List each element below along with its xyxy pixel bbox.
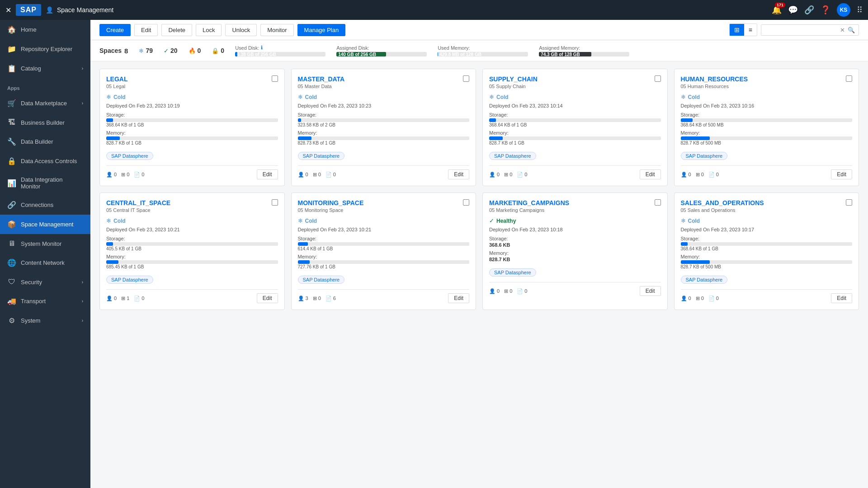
sidebar-item-label: Security bbox=[21, 279, 42, 286]
people-icon: 👤 bbox=[106, 172, 113, 178]
status-label: Cold bbox=[113, 218, 126, 224]
card-edit-button[interactable]: Edit bbox=[448, 293, 469, 303]
stat-grid: ⊞ 0 bbox=[504, 288, 512, 294]
card-title[interactable]: CENTRAL_IT_SPACE bbox=[106, 199, 170, 206]
card-tag: SAP Datasphere bbox=[489, 268, 536, 277]
storage-value: 368.64 KB of 1 GB bbox=[489, 122, 661, 127]
sidebar-item-system-monitor[interactable]: 🖥 System Monitor bbox=[0, 234, 90, 253]
storage-value: 614.4 KB of 1 GB bbox=[298, 246, 470, 251]
card-checkbox[interactable] bbox=[463, 75, 469, 82]
close-button[interactable]: ✕ bbox=[5, 6, 11, 14]
card-checkbox[interactable] bbox=[846, 199, 852, 206]
copy-icon: 📄 bbox=[708, 296, 715, 301]
sidebar-item-system[interactable]: ⚙ System › bbox=[0, 311, 90, 330]
card-title[interactable]: MASTER_DATA bbox=[298, 75, 345, 83]
monitor-button[interactable]: Monitor bbox=[260, 24, 293, 36]
sidebar-item-content-network[interactable]: 🌐 Content Network bbox=[0, 253, 90, 272]
card-checkbox[interactable] bbox=[272, 75, 278, 82]
card-edit-button[interactable]: Edit bbox=[257, 169, 278, 179]
sidebar-item-catalog[interactable]: 📋 Catalog › bbox=[0, 59, 90, 78]
search-clear-icon[interactable]: ✕ bbox=[840, 27, 845, 33]
stat-people: 👤 0 bbox=[489, 288, 500, 294]
manage-plan-button[interactable]: Manage Plan bbox=[297, 24, 346, 36]
storage-value: 368.64 KB of 1 GB bbox=[681, 246, 853, 251]
card-footer: 👤 0 ⊞ 0 📄 0 Edit bbox=[489, 165, 661, 179]
card-title[interactable]: MARKETING_CAMPAIGNS bbox=[489, 199, 569, 206]
sidebar: 🏠 Home 📁 Repository Explorer 📋 Catalog ›… bbox=[0, 20, 90, 488]
card-checkbox[interactable] bbox=[655, 75, 661, 82]
footer-stats: 👤 0 ⊞ 0 📄 0 bbox=[681, 172, 719, 178]
notification-badge[interactable]: 🔔 171 bbox=[772, 5, 782, 15]
share-icon[interactable]: 🔗 bbox=[804, 5, 814, 15]
storage-bar bbox=[681, 118, 853, 122]
sidebar-item-data-integration[interactable]: 📊 Data Integration Monitor bbox=[0, 171, 90, 195]
sidebar-item-space-management[interactable]: 📦 Space Management bbox=[0, 215, 90, 234]
memory-bar bbox=[106, 136, 278, 140]
card-checkbox[interactable] bbox=[846, 75, 852, 82]
card-edit-button[interactable]: Edit bbox=[257, 293, 278, 303]
unlock-button[interactable]: Unlock bbox=[225, 24, 257, 36]
used-disk-meter: Used Disk: ℹ 6.38 GB of 256 GB bbox=[235, 45, 326, 56]
warm-stat: ❄ 79 bbox=[139, 47, 153, 54]
help-icon[interactable]: ❓ bbox=[821, 5, 830, 15]
lock-button[interactable]: Lock bbox=[196, 24, 222, 36]
memory-bar bbox=[681, 136, 853, 140]
sap-logo: SAP bbox=[16, 4, 41, 16]
notification-count: 171 bbox=[775, 2, 785, 8]
copy-icon: 📄 bbox=[326, 296, 332, 301]
copy-icon: 📄 bbox=[517, 288, 523, 294]
card-checkbox[interactable] bbox=[272, 199, 278, 206]
card-title[interactable]: HUMAN_RESOURCES bbox=[681, 75, 748, 83]
grid-icon[interactable]: ⠿ bbox=[857, 5, 863, 15]
storage-bar bbox=[106, 242, 278, 246]
sidebar-item-repository[interactable]: 📁 Repository Explorer bbox=[0, 39, 90, 59]
assigned-memory-label: Assigned Memory: bbox=[539, 45, 580, 51]
memory-label: Memory: bbox=[489, 130, 661, 136]
search-input[interactable] bbox=[765, 27, 837, 33]
memory-value: 828.7 KB of 500 MB bbox=[681, 264, 853, 269]
card-status: ❄Cold bbox=[298, 94, 470, 100]
sidebar-item-data-marketplace[interactable]: 🛒 Data Marketplace › bbox=[0, 94, 90, 113]
card-edit-button[interactable]: Edit bbox=[831, 293, 852, 303]
stat-copy: 📄 0 bbox=[517, 172, 527, 178]
card-checkbox[interactable] bbox=[655, 199, 661, 206]
user-avatar[interactable]: KS bbox=[837, 3, 850, 17]
connections-icon: 🔗 bbox=[7, 201, 16, 209]
card-checkbox[interactable] bbox=[463, 199, 469, 206]
chat-icon[interactable]: 💬 bbox=[788, 5, 798, 15]
card-title[interactable]: MONITORING_SPACE bbox=[298, 199, 364, 206]
footer-stats: 👤 0 ⊞ 0 📄 0 bbox=[298, 172, 336, 178]
space-icon: 📦 bbox=[7, 220, 16, 229]
card-subtitle: 05 Human Resources bbox=[681, 84, 853, 89]
card-edit-button[interactable]: Edit bbox=[640, 169, 661, 179]
sidebar-item-home[interactable]: 🏠 Home bbox=[0, 20, 90, 39]
storage-bar bbox=[298, 242, 470, 246]
card-title[interactable]: SUPPLY_CHAIN bbox=[489, 75, 538, 83]
sidebar-item-connections[interactable]: 🔗 Connections bbox=[0, 195, 90, 215]
stat1-value: 0 bbox=[306, 172, 308, 177]
warm-icon: ❄ bbox=[139, 47, 144, 54]
sidebar-item-transport[interactable]: 🚚 Transport › bbox=[0, 291, 90, 311]
card-footer: 👤 0 ⊞ 0 📄 0 Edit bbox=[489, 282, 661, 296]
card-header: LEGAL bbox=[106, 75, 278, 83]
card-title[interactable]: LEGAL bbox=[106, 75, 127, 83]
memory-value: 685.45 KB of 1 GB bbox=[106, 264, 278, 269]
card-edit-button[interactable]: Edit bbox=[640, 286, 661, 296]
grid-view-button[interactable]: ⊞ bbox=[730, 24, 744, 36]
delete-button[interactable]: Delete bbox=[161, 24, 192, 36]
edit-button[interactable]: Edit bbox=[134, 24, 158, 36]
card-footer: 👤 3 ⊞ 0 📄 6 Edit bbox=[298, 289, 470, 303]
sidebar-item-security[interactable]: 🛡 Security › bbox=[0, 272, 90, 291]
create-button[interactable]: Create bbox=[99, 24, 131, 36]
card-title[interactable]: SALES_AND_OPERATIONS bbox=[681, 199, 764, 206]
sidebar-item-data-builder[interactable]: 🔧 Data Builder bbox=[0, 132, 90, 151]
sidebar-item-data-access[interactable]: 🔒 Data Access Controls bbox=[0, 151, 90, 171]
sidebar-item-label: Business Builder bbox=[21, 119, 65, 126]
card-edit-button[interactable]: Edit bbox=[448, 169, 469, 179]
list-view-button[interactable]: ≡ bbox=[744, 24, 757, 36]
search-icon[interactable]: 🔍 bbox=[848, 27, 855, 33]
card-storage: Storage: 368.64 KB of 500 MB bbox=[681, 112, 853, 127]
stat-grid: ⊞ 0 bbox=[313, 172, 321, 178]
card-edit-button[interactable]: Edit bbox=[831, 169, 852, 179]
sidebar-item-business-builder[interactable]: 🏗 Business Builder bbox=[0, 113, 90, 132]
